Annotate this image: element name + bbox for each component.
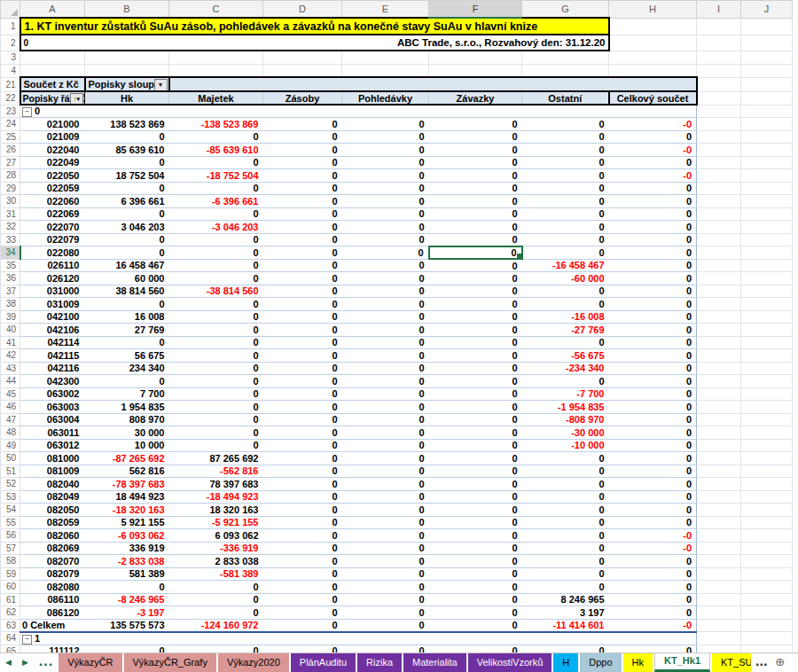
empty-cell[interactable] xyxy=(741,529,793,543)
value-cell[interactable]: -60 000 xyxy=(522,272,609,285)
empty-cell[interactable] xyxy=(697,336,741,349)
pivot-total-label-cell[interactable]: 0 Celkem xyxy=(20,619,85,632)
value-cell[interactable]: 0 xyxy=(169,259,263,272)
value-cell[interactable]: 0 xyxy=(342,478,429,491)
value-cell[interactable]: 0 xyxy=(609,156,697,169)
account-label-cell[interactable]: 042100 xyxy=(20,310,85,324)
value-cell[interactable]: 0 xyxy=(522,298,609,311)
value-cell[interactable]: 0 xyxy=(342,555,429,568)
empty-cell[interactable] xyxy=(697,465,741,478)
value-cell[interactable]: 0 xyxy=(342,401,429,414)
empty-cell[interactable] xyxy=(697,130,741,144)
row-number[interactable]: 61 xyxy=(1,593,20,606)
report-title-cell[interactable]: 1. KT inventur zůstatků SuAu zásob, pohl… xyxy=(20,18,609,35)
value-cell[interactable]: 0 xyxy=(263,465,342,478)
value-cell[interactable]: 0 xyxy=(522,182,609,195)
value-cell[interactable]: 0 xyxy=(263,130,342,144)
account-label-cell[interactable]: 042300 xyxy=(20,375,85,388)
account-label-cell[interactable]: 063012 xyxy=(20,439,85,452)
empty-cell[interactable] xyxy=(741,324,793,337)
value-cell[interactable]: -56 675 xyxy=(522,349,609,363)
empty-cell[interactable] xyxy=(697,91,741,105)
value-cell[interactable]: 0 xyxy=(263,606,342,620)
empty-cell[interactable] xyxy=(85,51,169,64)
row-number[interactable]: 38 xyxy=(1,298,20,311)
value-cell[interactable]: 0 xyxy=(169,362,263,375)
value-cell[interactable]: 0 xyxy=(342,221,429,234)
value-cell[interactable]: 0 xyxy=(169,324,263,337)
value-cell[interactable]: 0 xyxy=(609,349,697,363)
empty-cell[interactable] xyxy=(697,324,741,337)
value-cell[interactable]: 0 xyxy=(429,310,522,324)
row-number[interactable]: 22 xyxy=(1,91,20,105)
empty-cell[interactable] xyxy=(741,156,793,169)
selected-cell[interactable]: 0 xyxy=(429,246,522,260)
row-number[interactable]: 63 xyxy=(1,619,20,632)
value-cell[interactable]: 0 xyxy=(609,387,697,401)
row-number[interactable]: 21 xyxy=(1,77,20,91)
empty-cell[interactable] xyxy=(697,285,741,298)
empty-cell[interactable] xyxy=(697,118,741,131)
empty-cell[interactable] xyxy=(697,298,741,311)
value-cell[interactable]: 0 xyxy=(429,490,522,504)
empty-cell[interactable] xyxy=(697,632,741,645)
empty-cell[interactable] xyxy=(741,593,793,606)
empty-cell[interactable] xyxy=(741,465,793,478)
account-label-cell[interactable]: 042115 xyxy=(20,349,85,363)
empty-cell[interactable] xyxy=(697,529,741,543)
empty-cell[interactable] xyxy=(741,298,793,311)
empty-cell[interactable] xyxy=(741,426,793,440)
empty-cell[interactable] xyxy=(741,105,793,118)
value-cell[interactable]: 0 xyxy=(169,439,263,452)
sheet-tab-Hk[interactable]: Hk xyxy=(623,653,653,672)
empty-cell[interactable] xyxy=(697,581,741,594)
empty-cell[interactable] xyxy=(741,259,793,272)
value-cell[interactable]: 0 xyxy=(169,298,263,311)
account-label-cell[interactable]: 063003 xyxy=(20,401,85,414)
value-cell[interactable]: -124 160 972 xyxy=(169,619,263,632)
value-cell[interactable]: 0 xyxy=(342,349,429,363)
value-cell[interactable]: 0 xyxy=(85,336,169,349)
value-cell[interactable]: 562 816 xyxy=(85,465,169,478)
empty-cell[interactable] xyxy=(741,349,793,363)
empty-cell[interactable] xyxy=(697,349,741,363)
value-cell[interactable]: 0 xyxy=(342,490,429,504)
empty-cell[interactable] xyxy=(20,51,85,64)
empty-cell[interactable] xyxy=(741,632,793,645)
value-cell[interactable]: 0 xyxy=(609,221,697,234)
value-cell[interactable]: 0 xyxy=(342,426,429,440)
empty-cell[interactable] xyxy=(697,555,741,568)
value-cell[interactable]: 0 xyxy=(522,452,609,465)
value-cell[interactable]: -234 340 xyxy=(522,362,609,375)
account-label-cell[interactable]: 082049 xyxy=(20,490,85,504)
empty-cell[interactable] xyxy=(697,606,741,620)
next-sheet-icon[interactable]: ▶ xyxy=(17,653,34,672)
column-header-G[interactable]: G xyxy=(522,1,609,19)
empty-cell[interactable] xyxy=(697,387,741,401)
value-cell[interactable]: 0 xyxy=(522,555,609,568)
pivot-column-header-2[interactable]: Majetek xyxy=(169,91,263,105)
value-cell[interactable]: -3 046 203 xyxy=(169,221,263,234)
value-cell[interactable]: 3 046 203 xyxy=(85,221,169,234)
value-cell[interactable]: 10 000 xyxy=(85,439,169,452)
empty-cell[interactable] xyxy=(741,567,793,581)
row-number[interactable]: 53 xyxy=(1,490,20,504)
empty-cell[interactable] xyxy=(741,272,793,285)
account-label-cell[interactable]: 063002 xyxy=(20,387,85,401)
row-number[interactable]: 29 xyxy=(1,182,20,195)
value-cell[interactable]: 0 xyxy=(609,439,697,452)
value-cell[interactable]: 0 xyxy=(609,233,697,246)
value-cell[interactable]: 0 xyxy=(263,221,342,234)
account-label-cell[interactable]: 086110 xyxy=(20,593,85,606)
empty-cell[interactable] xyxy=(522,51,609,64)
empty-cell[interactable] xyxy=(741,285,793,298)
empty-cell[interactable] xyxy=(741,64,793,77)
value-cell[interactable]: 0 xyxy=(263,504,342,517)
value-cell[interactable]: 0 xyxy=(429,426,522,440)
value-cell[interactable]: 0 xyxy=(429,233,522,246)
value-cell[interactable]: 0 xyxy=(263,285,342,298)
value-cell[interactable]: 0 xyxy=(609,324,697,337)
value-cell[interactable]: 0 xyxy=(522,504,609,517)
value-cell[interactable]: 0 xyxy=(263,324,342,337)
value-cell[interactable]: 0 xyxy=(169,156,263,169)
